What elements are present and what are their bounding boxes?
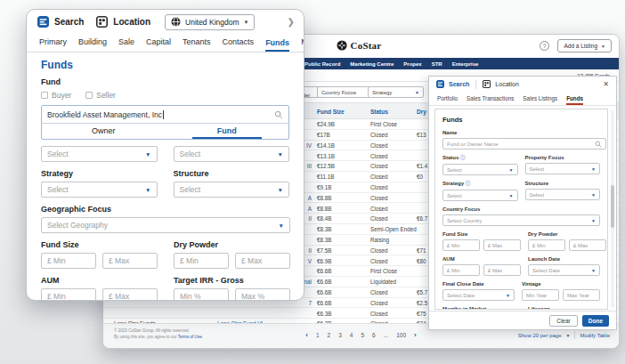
structure-select[interactable]: Select▼ [525,189,601,200]
cell-fund-size: €7.5B [317,247,331,254]
property-focus-select[interactable]: Select▼ [525,163,601,174]
seller-checkbox[interactable]: Seller [85,91,116,100]
nav-item-propex[interactable]: Propex [403,61,421,67]
page-100[interactable]: 100 [396,332,406,338]
region-select[interactable]: United Kingdom ▼ [165,14,255,30]
nav-item-str[interactable]: STR [432,61,442,67]
aum-max-input[interactable]: £ Max [102,288,158,301]
filter-field-row: AUM£ Min£ MaxLaunch DateSelect Date▼ [442,256,600,276]
filter-field-row: Final Close DateSelect Date▼VintageMin Y… [442,281,600,301]
field-label: Property Focus [525,155,601,160]
tab-more[interactable]: More [301,37,304,52]
name-input[interactable]: Fund or Owner Name [442,138,606,150]
col-fund-size[interactable]: Fund Size [317,109,345,115]
page-prev-icon[interactable]: ‹ [305,331,308,339]
page-3[interactable]: 3 [338,332,342,338]
terms-of-use-link[interactable]: Terms of Use. [178,335,203,339]
strategy-select[interactable]: Select▼ [442,190,518,201]
buyer-checkbox[interactable]: Buyer [41,91,71,100]
tab-capital[interactable]: Capital [146,37,171,52]
panel-tab-sales-listings[interactable]: Sales Listings [523,95,557,105]
tab-sale[interactable]: Sale [118,37,134,52]
panel-location-tab[interactable]: Location [495,81,518,87]
page-2[interactable]: 2 [328,332,331,338]
launch-date-select[interactable]: Select Date▼ [528,264,600,276]
help-icon[interactable]: ? [540,41,549,51]
strategy-quick-filter[interactable]: Strategy ▼ [368,86,424,98]
fund-size-max-input[interactable]: £ Max [102,253,158,269]
filter-panel-tabs: PortfolioSales TransactionsSales Listing… [429,92,616,106]
aum-min-input[interactable]: £ Min [41,288,96,301]
panel-tab-portfolio[interactable]: Portfolio [437,95,458,105]
location-mode-tab[interactable]: Location [113,17,150,27]
aum-min-input[interactable]: £ Min [442,264,480,276]
page-4[interactable]: 4 [350,332,353,338]
dry-powder-max-input[interactable]: £ Max [235,253,290,269]
field-label: Name [442,130,606,135]
tab-funds[interactable]: Funds [265,38,289,53]
modify-table-button[interactable]: Modify Table [580,333,610,338]
target-irr-gross-min-input[interactable]: Min % [174,288,229,301]
scrollbar-thumb[interactable] [611,185,614,228]
subtab-fund[interactable]: Fund [166,124,289,139]
dry-powder-max-input[interactable]: £ Max [569,239,606,251]
final-close-date-select[interactable]: Select Date▼ [442,289,515,301]
panel-search-tab[interactable]: Search [449,81,469,87]
done-button[interactable]: Done [582,315,609,327]
cell-status: Closed [370,258,388,264]
cell-fund-size: €6.6B [317,279,331,285]
page-1[interactable]: 1 [316,332,320,338]
cell-dry-powder: €75 [417,311,426,317]
search-mode-tab[interactable]: Search [54,17,84,27]
nav-item-marketing-centre[interactable]: Marketing Centre [350,61,394,67]
clear-button[interactable]: Clear [549,315,578,327]
strategy-select[interactable]: Select▼ [41,182,158,198]
col-status[interactable]: Status [370,109,388,115]
owner-type-select[interactable]: Select▼ [41,146,158,162]
info-icon[interactable]: ⓘ [466,181,471,186]
fund-type-select[interactable]: Select▼ [174,146,290,162]
target-irr-gross-max-input[interactable]: Max % [235,288,290,301]
cell-status: Closed [370,300,388,306]
page-next-icon[interactable]: › [414,331,417,339]
cell-status: Closed [370,195,388,201]
chevron-right-icon[interactable]: ❯ [288,17,295,27]
close-icon[interactable]: ✕ [603,80,609,88]
vintage-max-input[interactable]: Max Year [563,289,600,301]
field-fund-size: Fund Size£ Min£ Max [442,231,521,251]
panel-tab-funds[interactable]: Funds [566,95,583,105]
page-5[interactable]: 5 [361,332,364,338]
aum-max-input[interactable]: £ Max [483,264,521,276]
nav-item-public-record[interactable]: Public Record [304,61,340,67]
page-6[interactable]: 6 [372,332,376,338]
vintage-min-input[interactable]: Min Year [522,289,559,301]
fund-size-min-input[interactable]: £ Min [41,253,96,269]
panel-tab-sales-transactions[interactable]: Sales Transactions [467,95,514,105]
fund-size-min-input[interactable]: £ Min [442,239,480,251]
cell-fund-size: €12.5B [317,163,335,169]
tab-building[interactable]: Building [78,37,107,52]
nav-item-enterprise[interactable]: Enterprise [452,61,479,67]
cell-fund-size: €17B [317,132,330,138]
country-focus-select[interactable]: Select Country▼ [442,214,600,226]
cell-fund-size: €14.1B [317,142,335,149]
dry-powder-min-input[interactable]: £ Min [174,253,229,269]
filter-field-row: Country FocusSelect Country▼ [442,206,600,226]
fund-size-max-input[interactable]: £ Max [483,239,521,251]
search-input[interactable]: Brookfield Asset Management, Inc [42,106,288,123]
scrollbar-track[interactable] [611,110,614,308]
cell-dry-powder: €13 [417,132,426,138]
role-checkboxes: Buyer Seller [41,91,289,100]
dry-powder-min-input[interactable]: £ Min [528,239,565,251]
select-placeholder: Select [47,185,69,194]
tab-primary[interactable]: Primary [39,37,67,52]
show-per-page-select[interactable]: Show 20 per page [518,333,562,338]
add-a-listing-button[interactable]: Add a Listing ▼ [557,39,612,53]
status-select[interactable]: Select▼ [442,164,518,175]
subtab-owner[interactable]: Owner [42,124,166,139]
tab-tenants[interactable]: Tenants [183,37,211,52]
tab-contacts[interactable]: Contacts [223,37,255,52]
geographic-focus-select[interactable]: Select Geography▼ [41,217,290,233]
structure-select[interactable]: Select▼ [174,182,290,198]
info-icon[interactable]: ⓘ [460,155,466,160]
